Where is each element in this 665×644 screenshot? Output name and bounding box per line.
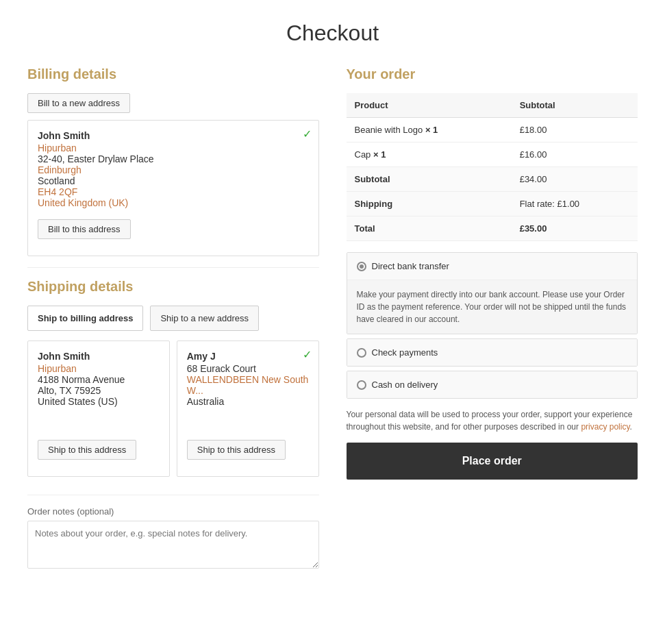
ship-to-address-button-1[interactable]: Ship to this address — [38, 440, 136, 460]
shipping-tab-row: Ship to billing address Ship to a new ad… — [27, 306, 319, 331]
subtotal-label: Subtotal — [347, 167, 512, 192]
cod-label: Cash on delivery — [372, 380, 438, 390]
direct-bank-description: Make your payment directly into our bank… — [347, 280, 638, 334]
col-subtotal: Subtotal — [512, 93, 638, 118]
ship-to-address-button-2[interactable]: Ship to this address — [187, 440, 286, 460]
ship-billing-address-tab[interactable]: Ship to billing address — [27, 306, 143, 331]
billing-section: Billing details Bill to a new address ✓ … — [27, 66, 319, 256]
shipping-city-2: WALLENDBEEN New South W... — [187, 374, 309, 396]
subtotal-row: Subtotal £34.00 — [347, 167, 638, 192]
right-column: Your order Product Subtotal Beanie with … — [347, 66, 638, 571]
order-item-2: Cap × 1 £16.00 — [347, 143, 638, 167]
bill-to-address-button[interactable]: Bill to this address — [38, 219, 131, 239]
payment-option-cod-header[interactable]: Cash on delivery — [347, 371, 638, 398]
shipping-address-grid: John Smith Hipurban 4188 Norma Avenue Al… — [27, 340, 319, 484]
total-label: Total — [347, 216, 512, 241]
selected-check-icon: ✓ — [303, 127, 312, 140]
check-radio-icon[interactable] — [357, 348, 366, 358]
order-item-1: Beanie with Logo × 1 £18.00 — [347, 118, 638, 143]
shipping-address-card-1: John Smith Hipurban 4188 Norma Avenue Al… — [27, 340, 170, 477]
shipping-section-title: Shipping details — [27, 279, 319, 295]
billing-company: Hipurban — [38, 143, 309, 153]
direct-bank-label: Direct bank transfer — [372, 261, 449, 271]
billing-region: Scotland — [38, 175, 309, 186]
shipping-row: Shipping Flat rate: £1.00 — [347, 192, 638, 216]
item-1-name: Beanie with Logo × 1 — [347, 118, 512, 143]
shipping-street-1: 4188 Norma Avenue — [38, 374, 160, 385]
your-order-title: Your order — [347, 66, 638, 82]
billing-name: John Smith — [38, 130, 309, 141]
item-2-name: Cap × 1 — [347, 143, 512, 167]
shipping-name-2: Amy J — [187, 351, 309, 362]
cod-radio-icon[interactable] — [357, 380, 366, 390]
shipping-country-1: United States (US) — [38, 396, 160, 407]
shipping-street-2: 68 Eurack Court — [187, 363, 309, 374]
billing-country: United Kingdom (UK) — [38, 197, 309, 208]
place-order-button[interactable]: Place order — [347, 443, 638, 480]
payment-section: Direct bank transfer Make your payment d… — [347, 252, 638, 399]
shipping-selected-check-icon: ✓ — [303, 348, 312, 361]
subtotal-value: £34.00 — [512, 167, 638, 192]
item-2-price: £16.00 — [512, 143, 638, 167]
check-payments-label: Check payments — [372, 347, 438, 358]
shipping-label: Shipping — [347, 192, 512, 216]
billing-section-title: Billing details — [27, 66, 319, 82]
billing-postcode: EH4 2QF — [38, 186, 309, 197]
privacy-policy-link[interactable]: privacy policy — [581, 422, 629, 432]
shipping-name-1: John Smith — [38, 351, 160, 362]
order-table: Product Subtotal Beanie with Logo × 1 £1… — [347, 93, 638, 241]
col-product: Product — [347, 93, 512, 118]
order-notes-section: Order notes (optional) — [27, 506, 319, 571]
order-notes-textarea[interactable] — [27, 521, 319, 569]
ship-new-address-button[interactable]: Ship to a new address — [150, 306, 259, 331]
shipping-company-1: Hipurban — [38, 363, 160, 374]
payment-option-cod[interactable]: Cash on delivery — [347, 371, 638, 399]
order-notes-label: Order notes (optional) — [27, 506, 319, 517]
payment-option-check[interactable]: Check payments — [347, 338, 638, 367]
direct-bank-radio-icon[interactable] — [357, 262, 366, 271]
shipping-value: Flat rate: £1.00 — [512, 192, 638, 216]
shipping-section: Shipping details Ship to billing address… — [27, 279, 319, 484]
billing-address-card: ✓ John Smith Hipurban 32-40, Easter Dryl… — [27, 120, 319, 256]
payment-option-check-header[interactable]: Check payments — [347, 339, 638, 366]
total-value: £35.00 — [512, 216, 638, 241]
bill-new-address-button[interactable]: Bill to a new address — [27, 93, 130, 113]
item-1-price: £18.00 — [512, 118, 638, 143]
shipping-address-card-2: ✓ Amy J 68 Eurack Court WALLENDBEEN New … — [177, 340, 319, 477]
shipping-city-1: Alto, TX 75925 — [38, 385, 160, 396]
shipping-country-2: Australia — [187, 396, 309, 407]
billing-city: Edinburgh — [38, 164, 309, 175]
left-column: Billing details Bill to a new address ✓ … — [27, 66, 319, 571]
payment-option-direct-bank[interactable]: Direct bank transfer Make your payment d… — [347, 252, 638, 334]
billing-street: 32-40, Easter Drylaw Place — [38, 153, 309, 164]
payment-option-direct-bank-header[interactable]: Direct bank transfer — [347, 253, 638, 280]
total-row: Total £35.00 — [347, 216, 638, 241]
privacy-notice: Your personal data will be used to proce… — [347, 408, 638, 433]
page-title: Checkout — [0, 0, 665, 66]
